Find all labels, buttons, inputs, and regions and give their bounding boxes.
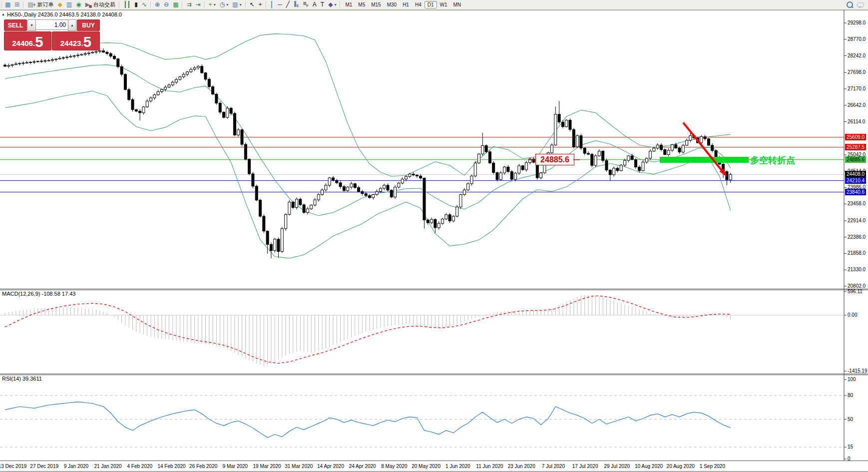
new-order-button[interactable]: ▤+新订单 [25,0,55,9]
zoom-in-button[interactable]: ⊕ [153,0,162,9]
profiles-button[interactable]: ⊞ [12,0,21,9]
price-tick: 29298.0 [848,20,866,25]
collapse-pane-icon[interactable]: ▲ [1,12,5,16]
toolbar-separator [340,1,341,8]
periods-button[interactable]: ◷▾ [218,0,231,9]
chart-canvas[interactable] [0,0,868,472]
search-icon[interactable] [847,1,853,8]
candlestick-chart-icon: ▮ [134,1,138,8]
templates-button[interactable]: ▧▾ [230,0,243,9]
metaeditor-icon: ◆ [58,1,62,8]
crosshair-button[interactable]: + [257,0,264,9]
sell-button[interactable]: SELL [4,19,27,31]
text-label-icon: T [321,1,324,8]
date-label: 9 Jan 2020 [64,464,89,469]
toolbar-separator [204,1,205,8]
alerts-icon: ◉ [76,1,81,8]
rsi-tick: 100 [848,377,856,382]
trendline-button[interactable]: ╱ [284,0,292,9]
fibonacci-icon: ≡F [303,0,309,9]
rsi-tick: 80 [848,393,853,398]
price-tick: 27170.0 [848,86,866,91]
fibonacci-button[interactable]: ≡F [301,0,311,9]
dropdown-caret-icon: ▾ [214,2,216,7]
line-chart-button[interactable]: ∿ [140,0,149,9]
zoom-out-button[interactable]: ⊖ [162,0,171,9]
timeframe-mn-button[interactable]: MN [450,1,464,8]
candlestick-chart-button[interactable]: ▮ [132,0,140,9]
turning-point-band[interactable] [660,157,749,163]
date-label: 23 Jun 2020 [508,464,535,469]
tile-windows-icon: ▦ [173,1,178,8]
toolbar-separator [245,1,246,8]
profiles-icon: ⊞ [14,1,19,8]
auto-scroll-button[interactable]: ⇉ [184,0,193,9]
toolbar-separator [23,1,24,8]
date-label: 11 Jun 2020 [476,464,503,469]
timeframe-m5-button[interactable]: M5 [355,1,368,8]
date-label: 24 Apr 2020 [349,464,376,469]
volume-increase-button[interactable]: ▲ [68,19,76,31]
equidistant-channel-button[interactable]: ∥E [292,0,301,9]
text-label-button[interactable]: T [319,0,326,9]
alerts-button[interactable]: ◉ [74,0,83,9]
arrows-button[interactable]: ◆▾ [326,0,338,9]
indicators-icon: + [209,1,212,8]
text-button[interactable]: A [311,0,319,9]
date-label: 14 Feb 2020 [157,464,185,469]
text-icon: A [313,1,317,8]
volume-decrease-button[interactable]: ▼ [27,19,36,31]
date-label: 21 Jan 2020 [94,464,122,469]
cursor-button[interactable]: ↖ [248,0,257,9]
terminal-button[interactable]: ▥ [64,0,74,9]
vertical-line-button[interactable]: │ [268,0,276,9]
volume-input[interactable] [36,19,68,30]
bar-chart-button[interactable]: ┃┃ [121,0,132,9]
chart-title: HK50-,Daily 24236.0 24463.5 24138.0 2440… [7,11,122,17]
turning-point-label[interactable]: 多空转折点 [750,154,795,166]
arrows-icon: ◆ [328,1,333,8]
zoom-in-icon: ⊕ [155,1,160,8]
candles [4,48,732,259]
price-tick: 21858.0 [848,250,866,256]
zoom-out-icon: ⊖ [164,1,169,8]
date-label: 13 Dec 2019 [0,464,26,469]
tile-windows-button[interactable]: ▦ [171,0,180,9]
toolbar-right [847,1,868,8]
date-label: 1 Sep 2020 [700,464,725,469]
indicators-button[interactable]: +▾ [207,0,218,9]
date-label: 26 Feb 2020 [189,464,217,469]
buy-button[interactable]: BUY [77,19,100,31]
timeframe-h1-button[interactable]: H1 [400,1,412,8]
price-callout-box[interactable]: 24885.6 [535,154,574,165]
timeframe-d1-button[interactable]: D1 [425,1,437,8]
timeframe-m15-button[interactable]: M15 [368,1,384,8]
timeframe-w1-button[interactable]: W1 [437,1,450,8]
macd-tick: -1415.19 [848,368,867,374]
new-order-icon: ▤ [27,1,33,8]
date-label: 31 Mar 2020 [285,464,313,469]
price-badge-red: 25287.5 [845,144,866,150]
autotrading-button[interactable]: ▶自动交易 [83,0,117,9]
date-label: 9 Mar 2020 [223,464,248,469]
timeframe-m1-button[interactable]: M1 [342,1,355,8]
macd-signal-line [5,296,731,363]
new-chart-icon: ▦ [5,1,10,8]
buy-price-display[interactable]: 24423.5 [52,31,100,50]
chart-shift-button[interactable]: ⇥ [194,0,203,9]
date-label: 7 Jul 2020 [542,464,565,469]
templates-icon: ▧ [232,1,238,8]
crosshair-icon: + [259,1,262,8]
cursor-icon: ↖ [250,1,255,8]
sell-price-display[interactable]: 24406.5 [4,31,51,50]
date-label: 20 Aug 2020 [667,464,695,469]
new-chart-button[interactable]: ▦ [3,0,12,9]
community-chat-icon[interactable] [857,2,864,7]
timeframe-m30-button[interactable]: M30 [384,1,400,8]
price-tick: 26114.0 [848,119,865,124]
date-label: 27 Dec 2019 [30,464,58,469]
metaeditor-button[interactable]: ◆ [56,0,64,9]
horizontal-line-button[interactable]: ─ [276,0,284,9]
macd-tick: 596.11 [848,289,863,294]
timeframe-h4-button[interactable]: H4 [412,1,425,8]
